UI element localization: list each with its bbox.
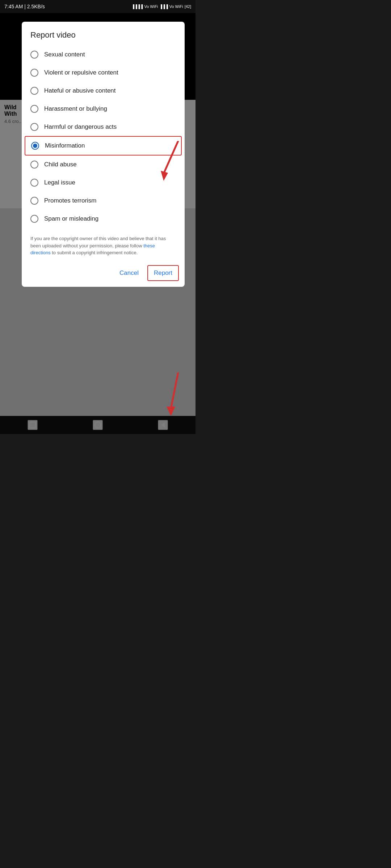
option-misinformation[interactable]: Misinformation [25,136,182,156]
dialog-actions: Cancel Report [22,262,185,287]
status-time: 7:45 AM | 2.5KB/s [4,4,45,9]
radio-legal [30,179,38,187]
option-harassment[interactable]: Harassment or bullying [22,100,185,118]
wifi2-icon: Vo WiFi [169,4,183,9]
label-sexual: Sexual content [44,51,85,58]
label-child: Child abuse [44,161,77,168]
label-legal: Legal issue [44,179,75,186]
battery-icon: [42] [185,4,191,9]
status-bar: 7:45 AM | 2.5KB/s ▐▐▐▐ Vo WiFi ▐▐▐ Vo Wi… [0,0,196,13]
option-spam[interactable]: Spam or misleading [22,210,185,228]
label-hateful: Hateful or abusive content [44,87,116,94]
label-harassment: Harassment or bullying [44,105,107,112]
radio-child [30,161,38,169]
dialog-title: Report video [22,22,185,46]
wifi-icon: Vo WiFi [144,4,158,9]
option-harmful[interactable]: Harmful or dangerous acts [22,118,185,136]
option-violent[interactable]: Violent or repulsive content [22,64,185,82]
radio-terrorism [30,197,38,205]
signal2-icon: ▐▐▐ [159,4,168,9]
status-icons: ▐▐▐▐ Vo WiFi ▐▐▐ Vo WiFi [42] [131,4,191,9]
label-violent: Violent or repulsive content [44,69,118,76]
radio-harmful [30,123,38,131]
copyright-text: If you are the copyright owner of this v… [22,231,185,262]
radio-spam [30,215,38,223]
report-button[interactable]: Report [147,265,179,281]
cancel-button[interactable]: Cancel [114,265,144,281]
radio-misinformation [31,142,39,150]
radio-violent [30,69,38,77]
option-legal[interactable]: Legal issue [22,174,185,192]
option-hateful[interactable]: Hateful or abusive content [22,82,185,100]
label-misinformation: Misinformation [45,142,85,149]
option-child[interactable]: Child abuse [22,156,185,174]
report-dialog: Report video Sexual content Violent or r… [22,22,185,287]
label-spam: Spam or misleading [44,215,98,222]
signal-icon: ▐▐▐▐ [131,4,143,9]
option-sexual[interactable]: Sexual content [22,46,185,64]
option-terrorism[interactable]: Promotes terrorism [22,192,185,210]
report-options-list: Sexual content Violent or repulsive cont… [22,46,185,231]
radio-harassment [30,105,38,113]
radio-sexual [30,51,38,59]
radio-hateful [30,87,38,95]
label-terrorism: Promotes terrorism [44,197,97,204]
label-harmful: Harmful or dangerous acts [44,123,117,131]
